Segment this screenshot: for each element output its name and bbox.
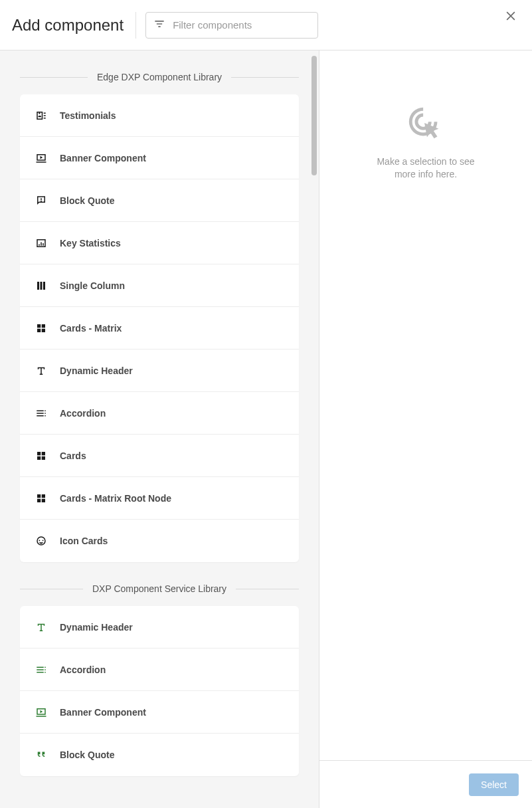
component-label: Accordion <box>60 408 106 419</box>
component-item[interactable]: Block Quote <box>20 179 299 222</box>
empty-state-text: Make a selection to see more info here. <box>369 155 482 181</box>
component-list-panel: Edge DXP Component LibraryTestimonialsBa… <box>0 50 319 808</box>
library-section: DXP Component Service LibraryDynamic Hea… <box>20 583 299 776</box>
component-item[interactable]: Accordion <box>20 392 299 435</box>
matrix-icon <box>35 449 48 462</box>
modal-footer: Select <box>319 760 532 808</box>
library-header: DXP Component Service Library <box>20 583 299 594</box>
accordion-icon <box>35 663 48 676</box>
component-label: Cards <box>60 451 86 461</box>
select-button[interactable]: Select <box>469 773 519 796</box>
component-list: TestimonialsBanner ComponentBlock QuoteK… <box>20 94 299 562</box>
banner-icon <box>35 152 48 165</box>
accordion-icon <box>35 407 48 420</box>
component-item[interactable]: Testimonials <box>20 94 299 137</box>
selection-target-icon <box>405 104 446 145</box>
single-col-icon <box>35 279 48 292</box>
component-label: Cards - Matrix Root Node <box>60 493 171 504</box>
component-item[interactable]: Accordion <box>20 649 299 691</box>
component-label: Banner Component <box>60 707 146 718</box>
component-label: Banner Component <box>60 153 146 163</box>
details-panel: Make a selection to see more info here. … <box>319 50 532 808</box>
modal-title: Add component <box>12 12 136 39</box>
component-label: Block Quote <box>60 195 114 206</box>
matrix-icon <box>35 322 48 335</box>
text-t-icon <box>35 621 48 634</box>
text-t-icon <box>35 364 48 377</box>
component-item[interactable]: Key Statistics <box>20 222 299 264</box>
component-item[interactable]: Cards - Matrix <box>20 307 299 350</box>
component-label: Dynamic Header <box>60 622 133 633</box>
component-label: Testimonials <box>60 110 116 121</box>
component-item[interactable]: Cards <box>20 435 299 477</box>
close-icon <box>504 9 517 25</box>
component-label: Dynamic Header <box>60 365 133 376</box>
component-list: Dynamic HeaderAccordionBanner ComponentB… <box>20 606 299 776</box>
component-item[interactable]: Banner Component <box>20 691 299 734</box>
library-title: DXP Component Service Library <box>83 583 236 594</box>
quote-warn-icon <box>35 194 48 207</box>
component-item[interactable]: Block Quote <box>20 734 299 776</box>
add-component-modal: Add component Edge DXP Component Library… <box>0 0 532 808</box>
modal-header: Add component <box>0 0 532 50</box>
component-list-scroll[interactable]: Edge DXP Component LibraryTestimonialsBa… <box>0 50 319 808</box>
component-item[interactable]: Dynamic Header <box>20 350 299 392</box>
banner-icon <box>35 706 48 719</box>
library-title: Edge DXP Component Library <box>88 72 231 82</box>
component-item[interactable]: Dynamic Header <box>20 606 299 649</box>
filter-icon <box>153 17 166 33</box>
component-item[interactable]: Single Column <box>20 264 299 307</box>
component-label: Icon Cards <box>60 536 108 546</box>
details-empty-state: Make a selection to see more info here. <box>319 50 532 760</box>
close-button[interactable] <box>501 8 520 27</box>
face-icon <box>35 534 48 548</box>
stats-icon <box>35 237 48 250</box>
scrollbar-thumb[interactable] <box>311 56 317 175</box>
filter-input[interactable] <box>173 19 311 31</box>
component-label: Block Quote <box>60 750 114 760</box>
testimonial-icon <box>35 109 48 122</box>
filter-wrap <box>136 12 318 39</box>
component-item[interactable]: Banner Component <box>20 137 299 179</box>
matrix-icon <box>35 492 48 505</box>
library-header: Edge DXP Component Library <box>20 72 299 82</box>
component-item[interactable]: Cards - Matrix Root Node <box>20 477 299 520</box>
filter-field[interactable] <box>145 12 318 39</box>
component-label: Accordion <box>60 664 106 675</box>
library-section: Edge DXP Component LibraryTestimonialsBa… <box>20 72 299 562</box>
component-label: Key Statistics <box>60 238 121 249</box>
modal-body: Edge DXP Component LibraryTestimonialsBa… <box>0 50 532 808</box>
component-item[interactable]: Icon Cards <box>20 520 299 562</box>
component-label: Single Column <box>60 280 125 291</box>
component-label: Cards - Matrix <box>60 323 122 334</box>
quote-mark-icon <box>35 748 48 761</box>
